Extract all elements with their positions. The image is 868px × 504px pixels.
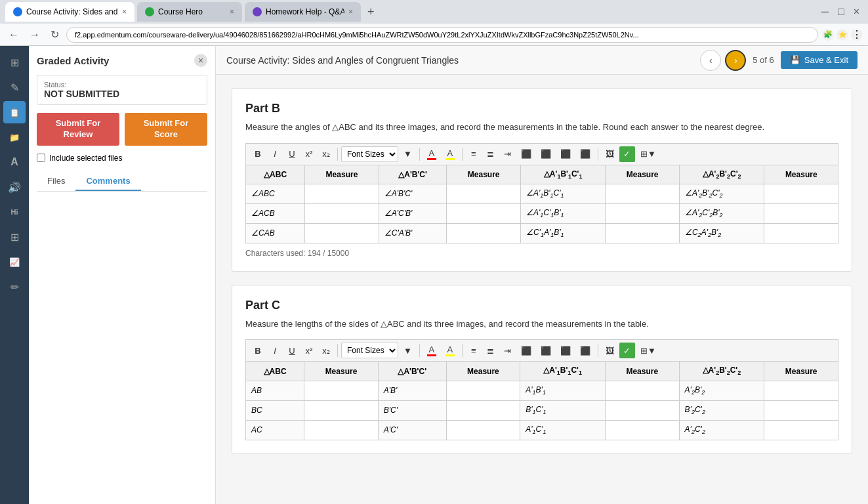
unordered-list-b[interactable]: ≡	[466, 146, 482, 162]
font-color-button-b[interactable]: A	[423, 146, 440, 162]
address-input[interactable]	[66, 27, 818, 43]
row-c2-measure1[interactable]	[304, 400, 379, 420]
image-button-c[interactable]: 🖼	[602, 343, 618, 358]
font-size-select-c[interactable]: Font Sizes	[341, 343, 398, 358]
check-button-b[interactable]: ✓	[619, 146, 635, 162]
audio-icon[interactable]: 🔊	[3, 176, 26, 198]
row-c3-measure1[interactable]	[304, 420, 379, 440]
tab-comments[interactable]: Comments	[75, 172, 140, 191]
menu-icon[interactable]: ⋮	[851, 29, 863, 41]
align-right-b[interactable]: ⬛	[556, 146, 575, 162]
dropdown-arrow-b[interactable]: ▼	[400, 146, 416, 162]
image-button-b[interactable]: 🖼	[602, 146, 618, 162]
row-1-measure1[interactable]	[305, 184, 379, 203]
indent-b[interactable]: ⇥	[500, 146, 516, 162]
text-size-icon[interactable]: A	[3, 151, 26, 173]
tab-3[interactable]: Homework Help - Q&A from Onli… ×	[245, 2, 361, 22]
italic-button-c[interactable]: I	[267, 343, 283, 358]
translate-icon[interactable]: Hi	[3, 201, 26, 223]
align-left-c[interactable]: ⬛	[517, 343, 535, 358]
row-3-measure2[interactable]	[447, 223, 521, 243]
ordered-list-c[interactable]: ≣	[483, 343, 499, 358]
font-color-button-c[interactable]: A	[423, 343, 440, 358]
unordered-list-c[interactable]: ≡	[466, 343, 482, 358]
row-3-measure4[interactable]	[764, 223, 838, 243]
minimize-button[interactable]: ─	[818, 5, 832, 19]
table-button-b[interactable]: ⊞▼	[636, 146, 660, 162]
underline-button-b[interactable]: U	[284, 146, 300, 162]
extensions-icon[interactable]: 🧩	[822, 29, 834, 41]
prev-page-button[interactable]: ‹	[700, 50, 721, 71]
star-icon[interactable]: ⭐	[837, 29, 848, 41]
row-c3-measure2[interactable]	[446, 420, 520, 440]
justify-c[interactable]: ⬛	[576, 343, 594, 358]
check-button-c[interactable]: ✓	[619, 343, 635, 358]
subscript-button-c[interactable]: x₂	[318, 343, 334, 358]
italic-button-b[interactable]: I	[267, 146, 283, 162]
row-3-measure1[interactable]	[305, 223, 379, 243]
window-close-button[interactable]: ×	[850, 5, 863, 19]
row-2-measure4[interactable]	[764, 203, 838, 223]
tab-files[interactable]: Files	[37, 172, 75, 191]
subscript-button-b[interactable]: x₂	[318, 146, 334, 162]
row-3-measure3[interactable]	[606, 223, 680, 243]
row-c2-measure3[interactable]	[605, 400, 679, 420]
row-2-measure1[interactable]	[305, 203, 379, 223]
row-c3-measure3[interactable]	[605, 420, 679, 440]
grid-icon[interactable]: ⊞	[3, 51, 26, 74]
font-size-select-b[interactable]: Font Sizes	[341, 146, 398, 162]
pen-icon[interactable]: ✏	[3, 276, 26, 298]
ordered-list-b[interactable]: ≣	[483, 146, 499, 162]
row-c1-measure3[interactable]	[605, 381, 679, 400]
reload-button[interactable]: ↻	[47, 27, 62, 42]
include-files-checkbox[interactable]	[37, 154, 45, 162]
edit-icon[interactable]: ✎	[3, 76, 26, 98]
superscript-button-b[interactable]: x²	[301, 146, 317, 162]
row-1-measure3[interactable]	[606, 184, 680, 203]
bold-button-b[interactable]: B	[250, 146, 266, 162]
bold-button-c[interactable]: B	[250, 343, 266, 358]
align-left-b[interactable]: ⬛	[517, 146, 535, 162]
tab-2[interactable]: Course Hero ×	[137, 2, 242, 22]
tab-1[interactable]: Course Activity: Sides and Angl… ×	[5, 2, 134, 22]
row-1-measure2[interactable]	[447, 184, 521, 203]
align-center-b[interactable]: ⬛	[537, 146, 555, 162]
align-center-c[interactable]: ⬛	[537, 343, 555, 358]
panel-close-button[interactable]: ×	[194, 54, 207, 67]
submit-score-button[interactable]: Submit ForScore	[125, 113, 207, 146]
highlight-button-b[interactable]: A	[442, 146, 459, 162]
submit-review-button[interactable]: Submit ForReview	[37, 113, 119, 146]
row-c1-measure4[interactable]	[764, 381, 838, 400]
save-exit-button[interactable]: 💾 Save & Exit	[781, 51, 858, 69]
row-1-measure4[interactable]	[764, 184, 838, 203]
superscript-button-c[interactable]: x²	[301, 343, 317, 358]
row-c1-measure1[interactable]	[304, 381, 379, 400]
col-c-header-measure4: Measure	[764, 362, 838, 381]
row-c3-measure4[interactable]	[764, 420, 838, 440]
forward-button[interactable]: →	[26, 28, 43, 42]
row-2-measure3[interactable]	[606, 203, 680, 223]
back-button[interactable]: ←	[5, 28, 22, 42]
row-2-measure2[interactable]	[447, 203, 521, 223]
indent-c[interactable]: ⇥	[500, 343, 516, 358]
tab-1-close[interactable]: ×	[122, 7, 127, 16]
chart-icon[interactable]: 📈	[3, 251, 26, 273]
row-c2-measure4[interactable]	[764, 400, 838, 420]
justify-b[interactable]: ⬛	[576, 146, 594, 162]
align-right-c[interactable]: ⬛	[556, 343, 575, 358]
new-tab-button[interactable]: +	[363, 5, 379, 19]
assignment-icon[interactable]: 📋	[3, 101, 26, 123]
next-page-button[interactable]: ›	[725, 50, 746, 71]
col-header-measure2: Measure	[447, 165, 521, 184]
dropdown-arrow-c[interactable]: ▼	[400, 343, 416, 358]
row-c1-measure2[interactable]	[446, 381, 520, 400]
table-button-c[interactable]: ⊞▼	[636, 343, 660, 358]
row-c2-measure2[interactable]	[446, 400, 520, 420]
underline-button-c[interactable]: U	[284, 343, 300, 358]
table-icon[interactable]: ⊞	[3, 226, 26, 248]
tab-3-close[interactable]: ×	[348, 7, 353, 16]
folder-icon[interactable]: 📁	[3, 126, 26, 148]
highlight-button-c[interactable]: A	[442, 343, 459, 358]
tab-2-close[interactable]: ×	[230, 7, 234, 16]
maximize-button[interactable]: □	[835, 5, 848, 19]
